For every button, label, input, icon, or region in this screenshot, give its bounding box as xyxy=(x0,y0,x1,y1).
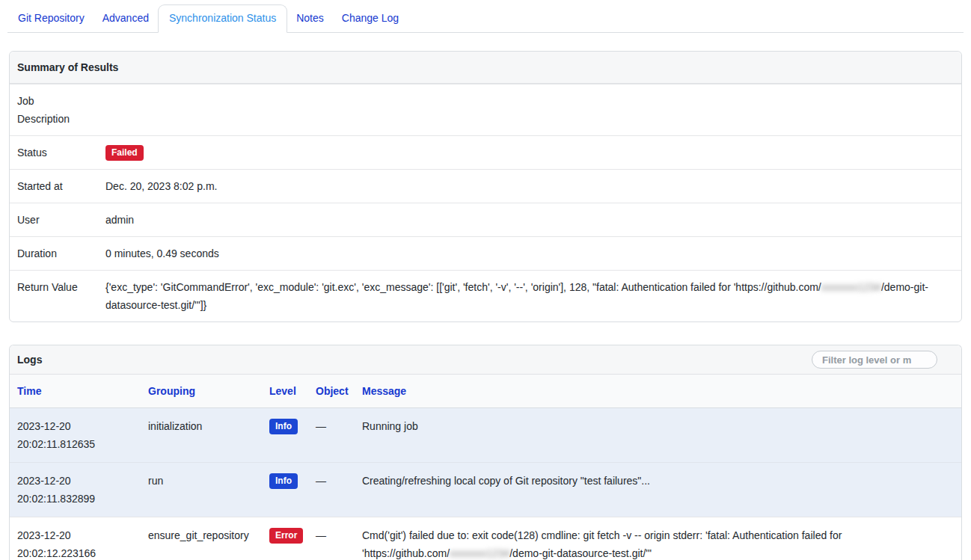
table-row: 2023-12-20 20:02:11.812635 initializatio… xyxy=(10,408,961,463)
log-message-text: Running job xyxy=(362,420,418,432)
log-object-cell: — xyxy=(308,463,355,517)
log-message-cell: Running job xyxy=(355,408,961,463)
log-message-text-suffix: /demo-git-datasource-test.git/'" xyxy=(509,547,652,559)
log-date: 2023-12-20 xyxy=(17,526,133,544)
summary-card: Summary of Results Job Description Statu… xyxy=(9,51,962,322)
log-message-redacted: xxxxxxx1234 xyxy=(450,547,509,559)
logs-table: Time Grouping Level Object Message 2023-… xyxy=(10,375,961,560)
column-header-grouping[interactable]: Grouping xyxy=(141,375,262,408)
log-time-cell: 2023-12-20 20:02:11.832899 xyxy=(10,463,141,517)
log-object-cell: — xyxy=(308,517,355,560)
summary-label-return-value: Return Value xyxy=(17,278,105,314)
summary-label-duration: Duration xyxy=(17,244,105,262)
status-badge-failed: Failed xyxy=(105,145,144,161)
log-grouping-cell: ensure_git_repository xyxy=(141,517,262,560)
tab-advanced[interactable]: Advanced xyxy=(94,5,158,32)
log-message-text: Creating/refreshing local copy of Git re… xyxy=(362,475,650,487)
column-header-object[interactable]: Object xyxy=(308,375,355,408)
log-object-cell: — xyxy=(308,408,355,463)
summary-row-duration: Duration 0 minutes, 0.49 seconds xyxy=(10,236,961,270)
column-header-message[interactable]: Message xyxy=(355,375,961,408)
summary-label-started-at: Started at xyxy=(17,177,105,195)
table-row: 2023-12-20 20:02:11.832899 run Info — Cr… xyxy=(10,463,961,517)
level-badge-info: Info xyxy=(269,473,298,489)
log-message-cell: Creating/refreshing local copy of Git re… xyxy=(355,463,961,517)
summary-value-duration: 0 minutes, 0.49 seconds xyxy=(105,244,954,262)
tab-notes[interactable]: Notes xyxy=(287,5,333,32)
log-time-cell: 2023-12-20 20:02:12.223166 xyxy=(10,517,141,560)
log-date: 2023-12-20 xyxy=(17,417,133,435)
summary-value-return-value: {'exc_type': 'GitCommandError', 'exc_mod… xyxy=(105,278,954,314)
table-row: 2023-12-20 20:02:12.223166 ensure_git_re… xyxy=(10,517,961,560)
logs-card-title: Logs xyxy=(17,351,42,369)
logs-card: Logs Time Grouping Level Object Message … xyxy=(9,345,962,560)
tab-git-repository[interactable]: Git Repository xyxy=(9,5,94,32)
summary-value-job xyxy=(105,92,954,128)
log-grouping-cell: initialization xyxy=(141,408,262,463)
level-badge-info: Info xyxy=(269,419,298,434)
level-badge-error: Error xyxy=(269,528,303,544)
tab-synchronization-status[interactable]: Synchronization Status xyxy=(158,4,287,33)
return-value-text: {'exc_type': 'GitCommandError', 'exc_mod… xyxy=(105,281,821,293)
logs-table-header-row: Time Grouping Level Object Message xyxy=(10,375,961,408)
log-grouping-cell: run xyxy=(141,463,262,517)
tab-bar: Git Repository Advanced Synchronization … xyxy=(7,0,964,33)
log-date: 2023-12-20 xyxy=(17,472,133,490)
summary-value-status: Failed xyxy=(105,144,954,161)
log-level-cell: Info xyxy=(262,463,308,517)
log-level-cell: Error xyxy=(262,517,308,560)
column-header-time[interactable]: Time xyxy=(10,375,141,408)
summary-value-user: admin xyxy=(105,211,954,229)
logs-card-header: Logs xyxy=(10,345,961,375)
summary-label-status: Status xyxy=(17,144,105,161)
summary-label-job: Job Description xyxy=(17,92,105,128)
tab-change-log[interactable]: Change Log xyxy=(333,5,408,32)
summary-row-user: User admin xyxy=(10,203,961,236)
summary-row-status: Status Failed xyxy=(10,135,961,169)
log-time-cell: 2023-12-20 20:02:11.812635 xyxy=(10,408,141,463)
log-filter-input[interactable] xyxy=(812,351,937,369)
log-level-cell: Info xyxy=(262,408,308,463)
log-time: 20:02:11.812635 xyxy=(17,435,133,453)
summary-label-user: User xyxy=(17,211,105,229)
summary-row-started-at: Started at Dec. 20, 2023 8:02 p.m. xyxy=(10,169,961,203)
log-message-cell: Cmd('git') failed due to: exit code(128)… xyxy=(355,517,961,560)
log-time: 20:02:11.832899 xyxy=(17,490,133,508)
return-value-redacted-username: xxxxxxx1234 xyxy=(821,281,881,293)
log-time: 20:02:12.223166 xyxy=(17,544,133,560)
summary-row-job: Job Description xyxy=(10,84,961,135)
summary-value-started-at: Dec. 20, 2023 8:02 p.m. xyxy=(105,177,954,195)
summary-card-title: Summary of Results xyxy=(10,52,961,84)
column-header-level[interactable]: Level xyxy=(262,375,308,408)
summary-row-return-value: Return Value {'exc_type': 'GitCommandErr… xyxy=(10,270,961,321)
